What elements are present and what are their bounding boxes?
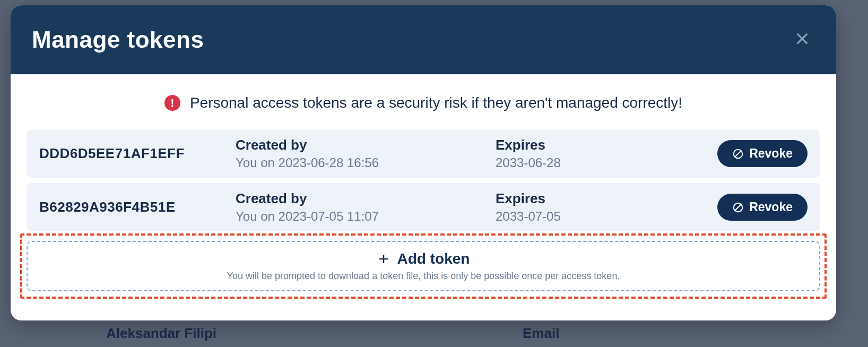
- created-by-value: You on 2023-07-05 11:07: [236, 209, 490, 224]
- svg-line-5: [735, 204, 741, 210]
- expires-label: Expires: [496, 137, 712, 153]
- manage-tokens-modal: Manage tokens ! Personal access tokens a…: [11, 5, 836, 320]
- created-by-value: You on 2023-06-28 16:56: [236, 155, 490, 170]
- revoke-button[interactable]: Revoke: [717, 194, 808, 221]
- token-expires-col: Expires 2033-06-28: [496, 137, 712, 170]
- add-token-label: Add token: [397, 250, 470, 267]
- expires-value: 2033-06-28: [496, 155, 712, 170]
- expires-value: 2033-07-05: [496, 209, 712, 224]
- token-row: DDD6D5EE71AF1EFF Created by You on 2023-…: [27, 129, 820, 178]
- created-by-label: Created by: [236, 137, 490, 153]
- created-by-label: Created by: [236, 190, 490, 207]
- svg-line-3: [735, 151, 741, 157]
- revoke-icon: [732, 148, 744, 160]
- modal-title: Manage tokens: [32, 27, 204, 53]
- token-created-col: Created by You on 2023-06-28 16:56: [236, 137, 490, 170]
- expires-label: Expires: [496, 190, 712, 207]
- revoke-button-label: Revoke: [749, 146, 793, 161]
- token-id: B62829A936F4B51E: [39, 199, 230, 215]
- token-expires-col: Expires 2033-07-05: [496, 190, 712, 224]
- close-icon: [794, 30, 811, 47]
- background-email-text: Email: [523, 325, 559, 342]
- token-row: B62829A936F4B51E Created by You on 2023-…: [27, 183, 820, 231]
- add-token-hint: You will be prompted to download a token…: [227, 271, 620, 282]
- warning-icon: !: [164, 95, 180, 111]
- modal-body: ! Personal access tokens are a security …: [11, 74, 836, 320]
- add-token-title: Add token: [377, 250, 470, 267]
- background-name-text: Aleksandar Filipi: [106, 325, 216, 342]
- revoke-icon: [732, 202, 744, 213]
- close-button[interactable]: [789, 26, 815, 54]
- tokens-list: DDD6D5EE71AF1EFF Created by You on 2023-…: [27, 129, 820, 231]
- revoke-button-label: Revoke: [749, 200, 793, 214]
- token-created-col: Created by You on 2023-07-05 11:07: [236, 190, 490, 224]
- token-id: DDD6D5EE71AF1EFF: [39, 145, 230, 162]
- revoke-button[interactable]: Revoke: [717, 140, 808, 167]
- warning-banner: ! Personal access tokens are a security …: [27, 90, 820, 115]
- add-token-section: Add token You will be prompted to downlo…: [27, 241, 820, 291]
- plus-icon: [377, 253, 390, 265]
- modal-header: Manage tokens: [11, 5, 836, 74]
- warning-text: Personal access tokens are a security ri…: [190, 94, 682, 111]
- add-token-button[interactable]: Add token You will be prompted to downlo…: [27, 241, 820, 291]
